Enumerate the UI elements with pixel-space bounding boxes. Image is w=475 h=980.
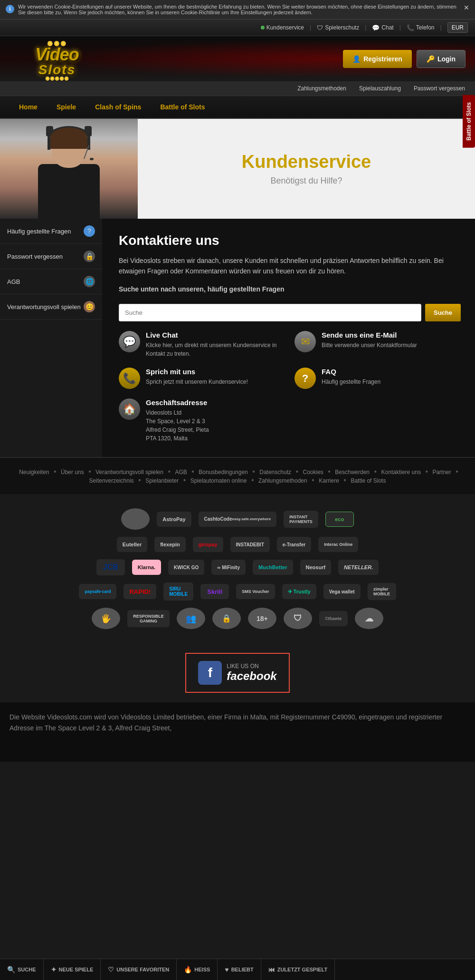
address-text: Geschäftsadresse Videoslots Ltd The Spac…: [146, 398, 209, 443]
payment-row-1: AstroPay CashtoCodeeasy.safe.everywhere …: [121, 508, 353, 530]
facebook-button[interactable]: f LIKE US ON facebook: [185, 653, 289, 693]
kundenservice-link[interactable]: Kundenservice: [261, 24, 304, 31]
sidebar-item-faq[interactable]: Häufig gestellte Fragen ?: [0, 219, 102, 244]
vegawallet-logo: Vega wallet: [323, 584, 361, 599]
age-18-icon: 18+: [248, 608, 276, 629]
footer-link-11[interactable]: Spielanbieter: [145, 477, 179, 484]
payment-row-5: 🖐 RESPONSIBLEGAMING 👥 🔒 18+ 🛡 ©thawte ☁: [92, 608, 383, 629]
siru-logo: SIRUMOBILE: [163, 582, 193, 601]
contact-live-chat: 💬 Live Chat Klicke hier, um direkt mit u…: [119, 331, 285, 358]
agent-image: [0, 119, 138, 219]
footer-link-4[interactable]: Bonusbedingungen: [199, 469, 247, 475]
logo-slots: Slots: [38, 63, 76, 77]
phone-desc: Sprich jetzt mit unserem Kundenservice!: [146, 378, 248, 386]
sidebar-item-agb[interactable]: AGB 🌐: [0, 269, 102, 294]
secondary-nav: Zahlungsmethoden Spielauszahlung Passwor…: [0, 81, 475, 96]
payment-row-3: JCB Klarna. KWICK GO ∞ MiFinity MuchBett…: [96, 559, 379, 575]
flexepin-logo: flexepin: [154, 537, 186, 552]
footer-link-2[interactable]: Verantwortungsvoll spielen: [95, 469, 163, 475]
facebook-section: f LIKE US ON facebook: [0, 643, 475, 702]
faq-title[interactable]: FAQ: [322, 368, 380, 376]
telefon-label: Telefon: [416, 24, 435, 31]
cookie-close[interactable]: ✕: [464, 4, 469, 11]
contact-title: Kontaktiere uns: [119, 233, 461, 248]
secondary-nav-item-1[interactable]: Zahlungsmethoden: [294, 84, 349, 93]
phone-title[interactable]: Sprich mit uns: [146, 368, 248, 376]
secondary-nav-item-2[interactable]: Spielauszahlung: [356, 84, 404, 93]
search-button[interactable]: Suche: [425, 304, 461, 321]
logo-video: Video: [35, 46, 79, 63]
footer-link-0[interactable]: Neuigkeiten: [19, 469, 49, 475]
footer-link-10[interactable]: Seitenverzeichnis: [89, 477, 134, 484]
sidebar-agb-label: AGB: [7, 278, 20, 285]
live-chat-desc: Klicke hier, um direkt mit unserem Kunde…: [146, 341, 285, 358]
footer-link-13[interactable]: Zahlungsmethoden: [258, 477, 307, 484]
contact-faq: ? FAQ Häufig gestellte Fragen: [294, 368, 461, 389]
chat-link[interactable]: 💬 Chat: [372, 24, 393, 31]
currency-selector[interactable]: EUR: [447, 22, 468, 33]
phone-nav-icon: 📞: [407, 24, 414, 31]
faq-icon: ?: [294, 368, 316, 389]
footer-link-3[interactable]: AGB: [175, 469, 187, 475]
footer-link-9[interactable]: Partner: [432, 469, 451, 475]
mifinity-logo: ∞ MiFinity: [211, 560, 246, 575]
live-chat-text: Live Chat Klicke hier, um direkt mit uns…: [146, 331, 285, 358]
register-button[interactable]: 👤 Registrieren: [343, 50, 412, 68]
online-dot: [261, 26, 265, 29]
nav-clash[interactable]: Clash of Spins: [86, 96, 151, 118]
main-content: Kontaktiere uns Bei Videoslots streben w…: [102, 219, 475, 457]
footer-links-list: Neuigkeiten • Über uns • Verantwortungsv…: [17, 467, 458, 484]
kwickgo-logo: KWICK GO: [168, 560, 204, 575]
footer-link-5[interactable]: Datenschutz: [259, 469, 291, 475]
no-underage-icon: 🖐: [92, 608, 120, 629]
telefon-link[interactable]: 📞 Telefon: [407, 24, 435, 31]
sidebar-responsible-icon: 😊: [84, 301, 95, 312]
facebook-name: facebook: [227, 670, 276, 683]
footer-link-12[interactable]: Spielautomaten online: [190, 477, 247, 484]
search-input[interactable]: [119, 304, 421, 321]
nav-battle[interactable]: Battle of Slots: [151, 96, 214, 118]
sidebar-password-icon: 🔒: [84, 251, 95, 262]
secondary-nav-item-3[interactable]: Passwort vergessen: [411, 84, 468, 93]
sidebar-item-responsible[interactable]: Verantwortungsvoll spielen 😊: [0, 294, 102, 320]
payment-section: AstroPay CashtoCodeeasy.safe.everywhere …: [0, 494, 475, 643]
skrill-logo: Skrill: [200, 584, 229, 599]
logo-text: 🪙🪙🪙 Video Slots 🪙🪙🪙🪙🪙: [10, 41, 104, 81]
sidebar-faq-icon: ?: [84, 225, 95, 237]
sidebar-agb-icon: 🌐: [84, 276, 95, 287]
spielerschutz-label: Spielerschutz: [325, 24, 359, 31]
footer-link-8[interactable]: Kontaktiere uns: [381, 469, 421, 475]
hero-image-area: [0, 119, 138, 219]
sidebar-item-password[interactable]: Passwort vergessen 🔒: [0, 244, 102, 269]
info-icon: i: [6, 5, 14, 13]
contact-grid: 💬 Live Chat Klicke hier, um direkt mit u…: [119, 331, 461, 443]
live-chat-title[interactable]: Live Chat: [146, 331, 285, 339]
nav-home[interactable]: Home: [10, 96, 47, 118]
battle-of-slots-tab[interactable]: Battle of Slots: [463, 95, 475, 148]
mic-head: [90, 158, 94, 160]
register-icon: 👤: [352, 55, 361, 63]
footer-link-1[interactable]: Über uns: [61, 469, 84, 475]
nav-spiele[interactable]: Spiele: [47, 96, 86, 118]
email-title[interactable]: Sende uns eine E-Mail: [322, 331, 417, 339]
klarna-logo: Klarna.: [132, 560, 161, 575]
footer-link-6[interactable]: Cookies: [303, 469, 323, 475]
login-button[interactable]: 🔑 Login: [417, 50, 466, 68]
contact-phone: 📞 Sprich mit uns Sprich jetzt mit unsere…: [119, 368, 285, 389]
shield-icon: 🛡: [317, 24, 323, 31]
faq-text: FAQ Häufig gestellte Fragen: [322, 368, 380, 386]
footer-link-14[interactable]: Karriere: [319, 477, 339, 484]
jcb-logo: JCB: [96, 559, 125, 575]
logo: 🪙🪙🪙 Video Slots 🪙🪙🪙🪙🪙: [10, 41, 104, 77]
spielerschutz-link[interactable]: 🛡 Spielerschutz: [317, 24, 359, 31]
footer-link-15[interactable]: Battle of Slots: [351, 477, 386, 484]
register-label: Registrieren: [363, 55, 402, 63]
footer-link-7[interactable]: Beschwerden: [335, 469, 370, 475]
cookie-text: Wir verwenden Cookie-Einstellungen auf u…: [18, 4, 460, 15]
logo-area: 🪙🪙🪙 Video Slots 🪙🪙🪙🪙🪙: [10, 41, 104, 77]
hero-subtitle: Benötigst du Hilfe?: [270, 176, 342, 186]
faq-desc: Häufig gestellte Fragen: [322, 378, 380, 386]
separator-3: |: [399, 24, 401, 31]
instadebit-logo: INSTADEBIT: [230, 537, 270, 552]
hero-section: Kundenservice Benötigst du Hilfe?: [0, 119, 475, 219]
